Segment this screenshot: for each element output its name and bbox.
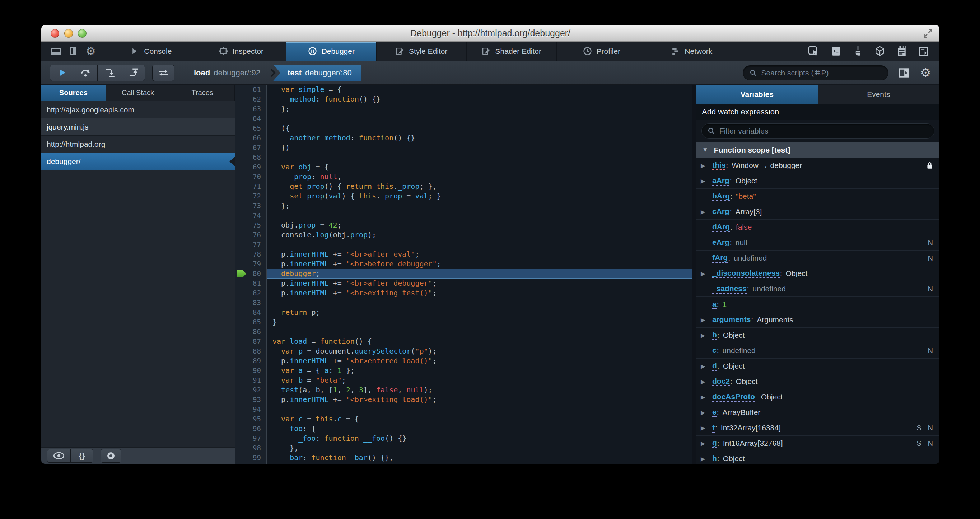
pretty-print-button[interactable]: {} [70,449,93,463]
line-number[interactable]: 90 [235,366,267,376]
expand-icon[interactable] [922,28,934,39]
breadcrumb-frame-test[interactable]: testdebugger/:80 [273,65,361,81]
variable-row-h[interactable]: ▶h:Object [697,451,939,464]
sidebar-tab-call-stack[interactable]: Call Stack [106,85,170,101]
paintbrush-icon[interactable] [853,46,862,56]
add-watch-expression[interactable]: Add watch expression [697,104,939,120]
variable-row-aarg[interactable]: ▶aArg:Object [697,174,939,189]
expand-arrow-icon[interactable]: ▶ [701,440,712,447]
zoom-button[interactable] [78,29,86,38]
step-over-button[interactable] [73,65,98,81]
line-number[interactable]: 62 [235,94,267,104]
sidebar-tab-sources[interactable]: Sources [41,85,106,101]
variable-row-d[interactable]: ▶d:Object [697,358,939,374]
debugger-options-gear-icon[interactable]: ⚙ [920,67,931,79]
variable-row-c[interactable]: c:undefinedN [697,343,939,358]
line-number[interactable]: 77 [235,240,267,250]
line-number[interactable]: 94 [235,404,267,414]
line-number[interactable]: 78 [235,250,267,259]
expand-arrow-icon[interactable]: ▶ [701,363,712,370]
toggle-breakpoints-button[interactable] [100,449,121,463]
step-in-button[interactable] [97,65,121,81]
variable-row-carg[interactable]: ▶cArg:Array[3] [697,204,939,220]
variable-row-arguments[interactable]: ▶arguments:Arguments [697,312,939,328]
source-item-http-ajax-googleapis-com[interactable]: http://ajax.googleapis.com [41,101,235,118]
variable-row--disconsolateness[interactable]: ▶_disconsolateness:Object [697,266,939,282]
line-number[interactable]: 80 [235,269,267,279]
dock-to-side-icon[interactable] [70,48,76,55]
expand-arrow-icon[interactable]: ▶ [701,209,712,215]
filter-variables-input[interactable] [719,126,928,136]
expand-arrow-icon[interactable]: ▶ [701,425,712,431]
tab-shader-editor[interactable]: Shader Editor [467,41,557,60]
expand-arrow-icon[interactable]: ▶ [701,378,712,385]
tab-style-editor[interactable]: Style Editor [377,41,467,60]
line-number[interactable]: 91 [235,376,267,385]
variable-row-earg[interactable]: eArg:nullN [697,235,939,250]
line-number[interactable]: 76 [235,230,267,240]
step-out-button[interactable] [121,65,145,81]
line-number[interactable]: 88 [235,346,267,356]
panel-splitter[interactable] [692,85,697,464]
responsive-mode-icon[interactable] [919,46,929,56]
console-panel-icon[interactable] [831,46,841,56]
line-number[interactable]: 87 [235,337,267,346]
script-search-box[interactable] [743,65,888,80]
tab-debugger[interactable]: Debugger [286,41,377,60]
toggle-pause-exceptions-button[interactable] [152,65,175,81]
line-number[interactable]: 71 [235,181,267,191]
close-button[interactable] [51,29,59,38]
variable-row-g[interactable]: ▶g:Int16Array[32768]SN [697,436,939,451]
line-number[interactable]: 98 [235,443,267,453]
line-number[interactable]: 69 [235,162,267,172]
variable-row-e[interactable]: ▶e:ArrayBuffer [697,405,939,420]
line-number[interactable]: 67 [235,143,267,153]
line-number[interactable]: 74 [235,211,267,220]
variable-row-doc2[interactable]: ▶doc2:Object [697,374,939,389]
line-number[interactable]: 83 [235,298,267,307]
source-item-debugger-[interactable]: debugger/ [41,153,235,170]
source-item-http-htmlpad-org[interactable]: http://htmlpad.org [41,136,235,153]
variable-row-darg[interactable]: dArg:false [697,220,939,235]
line-number[interactable]: 61 [235,85,267,94]
line-number[interactable]: 95 [235,414,267,424]
line-number[interactable]: 73 [235,201,267,211]
line-number[interactable]: 96 [235,424,267,433]
variable-row--sadness[interactable]: _sadness:undefinedN [697,282,939,297]
sidebar-tab-traces[interactable]: Traces [170,85,235,101]
source-item-jquery-min-js[interactable]: jquery.min.js [41,118,235,136]
line-number[interactable]: 66 [235,133,267,143]
line-number[interactable]: 65 [235,123,267,133]
line-number[interactable]: 70 [235,172,267,181]
tab-profiler[interactable]: Profiler [557,41,647,60]
resume-button[interactable] [50,65,74,81]
line-number[interactable]: 68 [235,153,267,162]
variable-row-docasproto[interactable]: ▶docAsProto:Object [697,389,939,405]
breadcrumb-frame-load[interactable]: loaddebugger/:92 [188,65,267,81]
variable-row-f[interactable]: ▶f:Int32Array[16384]SN [697,420,939,436]
expand-arrow-icon[interactable]: ▶ [701,394,712,401]
line-number[interactable]: 72 [235,191,267,201]
line-number[interactable]: 92 [235,385,267,395]
line-number[interactable]: 81 [235,279,267,288]
line-number[interactable]: 63 [235,104,267,114]
line-number[interactable]: 99 [235,453,267,463]
line-number[interactable]: 89 [235,356,267,366]
panel-tab-variables[interactable]: Variables [697,85,818,104]
expand-arrow-icon[interactable]: ▶ [701,178,712,185]
toggle-panel-icon[interactable] [899,68,909,78]
line-number[interactable]: 84 [235,307,267,317]
line-number[interactable]: 79 [235,259,267,269]
tab-inspector[interactable]: Inspector [196,41,286,60]
variable-row-farg[interactable]: fArg:undefinedN [697,250,939,266]
line-number[interactable]: 86 [235,327,267,337]
variable-row-this[interactable]: ▶this:Window → debugger [697,158,939,174]
expand-arrow-icon[interactable]: ▶ [701,270,712,277]
minimize-button[interactable] [64,29,73,38]
line-number[interactable]: 75 [235,220,267,230]
expand-arrow-icon[interactable]: ▶ [701,332,712,339]
variable-row-b[interactable]: ▶b:Object [697,328,939,343]
line-number[interactable]: 85 [235,317,267,327]
dock-to-bottom-icon[interactable] [51,48,60,55]
scratchpad-icon[interactable] [897,46,907,56]
